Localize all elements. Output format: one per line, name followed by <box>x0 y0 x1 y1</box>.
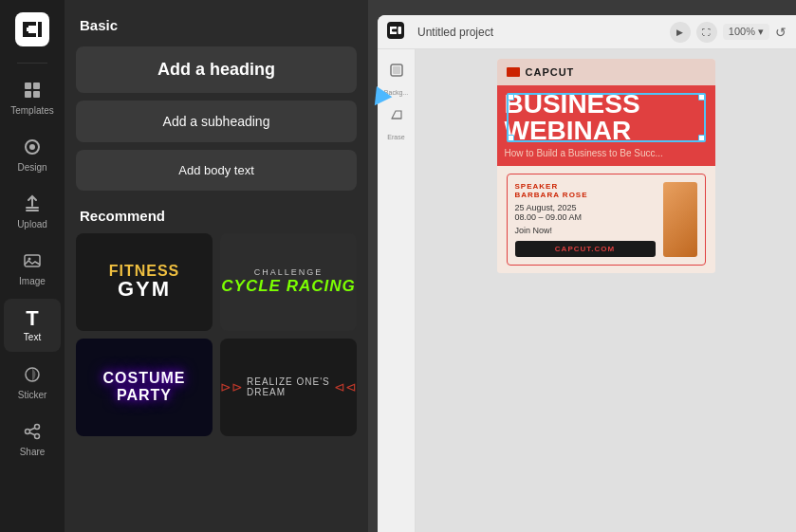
undo-button[interactable]: ↺ <box>775 25 787 40</box>
sidebar-item-design[interactable]: Design <box>4 128 61 181</box>
template-costume-party[interactable]: COSTUME PARTY <box>76 339 213 436</box>
svg-rect-3 <box>33 83 40 89</box>
canvas-area[interactable]: CAPCUT BUSINESSWEBINAR <box>416 49 796 532</box>
share-icon <box>23 422 42 444</box>
inner-topbar-controls: ▶ ⛶ 100% ▾ ↺ <box>670 22 787 43</box>
add-subheading-button[interactable]: Add a subheading <box>76 101 357 142</box>
template-grid: FITNESS GYM CHALLENGE CYCLE RACING COSTU… <box>65 233 368 448</box>
text-icon: T <box>26 308 38 329</box>
event-date: 25 August, 2025 <box>515 203 656 212</box>
capcut-cta-button: CAPCUT.COM <box>515 241 656 257</box>
templates-icon <box>23 81 42 102</box>
realize-text: REALIZE ONE'S DREAM <box>247 376 330 397</box>
sidebar-item-image[interactable]: Image <box>4 242 61 295</box>
zoom-value: 100% <box>729 26 755 37</box>
inner-window: Untitled project ▶ ⛶ 100% ▾ ↺ Backg <box>378 15 796 532</box>
svg-point-15 <box>35 433 40 438</box>
sticker-icon <box>23 365 42 387</box>
background-label: Backg... <box>384 89 408 96</box>
svg-rect-8 <box>26 207 39 209</box>
sidebar-item-upload[interactable]: Upload <box>4 185 61 238</box>
design-card: CAPCUT BUSINESSWEBINAR <box>497 59 715 273</box>
erase-label: Erase <box>387 134 404 140</box>
svg-rect-2 <box>25 83 31 89</box>
design-hero: BUSINESSWEBINAR How to Build a Business … <box>497 85 715 166</box>
design-icon <box>23 138 42 159</box>
preview-area: Untitled project ▶ ⛶ 100% ▾ ↺ Backg <box>368 0 796 532</box>
templates-label: Templates <box>10 105 54 116</box>
event-time: 08.00 – 09.00 AM <box>515 212 656 222</box>
design-section2: SPEAKER BARBARA ROSE 25 August, 2025 08.… <box>497 166 715 273</box>
sidebar-item-share[interactable]: Share <box>4 413 61 466</box>
text-panel: Basic Add a heading Add a subheading Add… <box>65 0 368 532</box>
template-cycle-racing[interactable]: CHALLENGE CYCLE RACING <box>220 233 357 331</box>
sidebar-item-templates[interactable]: Templates <box>4 71 61 124</box>
hero-subtitle: How to Build a Business to Be Succ... <box>505 148 708 158</box>
cycle-inner: CHALLENGE CYCLE RACING <box>221 268 355 296</box>
fitness-text: FITNESS GYM <box>109 264 180 300</box>
fitness-line2: GYM <box>109 279 180 300</box>
upload-icon <box>23 194 42 216</box>
section2-border: SPEAKER BARBARA ROSE 25 August, 2025 08.… <box>507 174 706 266</box>
inner-content: Backg... Erase CAPCUT <box>378 49 796 532</box>
svg-rect-10 <box>25 255 40 266</box>
realize-arrows-right: ⊲⊲ <box>334 379 357 394</box>
recommend-section-title: Recommend <box>65 194 368 233</box>
svg-point-13 <box>35 424 40 429</box>
cycle-main: CYCLE RACING <box>221 278 355 296</box>
inner-erase-btn[interactable] <box>382 101 411 128</box>
section2-image <box>663 182 697 257</box>
sidebar-item-sticker[interactable]: Sticker <box>4 356 61 409</box>
inner-background-btn[interactable] <box>382 57 411 83</box>
play-button[interactable]: ▶ <box>670 22 691 43</box>
main-sidebar: Templates Design Upload <box>0 0 65 532</box>
join-text: Join Now! <box>515 226 656 235</box>
costume-text: COSTUME PARTY <box>76 370 213 404</box>
upload-label: Upload <box>17 219 47 229</box>
zoom-control[interactable]: 100% ▾ <box>723 24 769 40</box>
svg-rect-4 <box>25 91 31 98</box>
image-icon <box>23 251 42 273</box>
svg-rect-20 <box>393 66 400 74</box>
basic-section-title: Basic <box>65 0 368 43</box>
svg-point-7 <box>29 144 35 150</box>
sidebar-divider <box>17 63 47 64</box>
text-label: Text <box>24 332 41 342</box>
share-label: Share <box>20 447 46 457</box>
app-logo <box>14 11 50 47</box>
design-label: Design <box>17 162 46 173</box>
svg-rect-5 <box>33 91 40 98</box>
inner-topbar: Untitled project ▶ ⛶ 100% ▾ ↺ <box>378 15 796 49</box>
inner-sidebar: Backg... Erase <box>378 49 416 532</box>
fullscreen-button[interactable]: ⛶ <box>696 22 717 43</box>
speaker-label: SPEAKER <box>515 182 656 191</box>
inner-topbar-logo <box>387 22 404 42</box>
template-fitness-gym[interactable]: FITNESS GYM <box>76 233 213 331</box>
add-heading-button[interactable]: Add a heading <box>76 46 357 93</box>
hero-title: BUSINESSWEBINAR <box>505 91 708 144</box>
add-body-button[interactable]: Add body text <box>76 150 357 191</box>
svg-rect-17 <box>398 27 402 34</box>
svg-rect-9 <box>26 210 39 211</box>
svg-rect-18 <box>392 29 396 31</box>
svg-rect-1 <box>27 28 34 31</box>
realize-inner: ⊳⊳ REALIZE ONE'S DREAM ⊲⊲ <box>220 376 357 397</box>
flag-icon <box>507 67 520 77</box>
image-label: Image <box>19 276 46 286</box>
template-realize-dream[interactable]: ⊳⊳ REALIZE ONE'S DREAM ⊲⊲ <box>220 339 357 436</box>
section2-text: SPEAKER BARBARA ROSE 25 August, 2025 08.… <box>515 182 656 257</box>
capcut-brand: CAPCUT <box>526 66 575 78</box>
sticker-label: Sticker <box>18 390 47 400</box>
realize-arrows-left: ⊳⊳ <box>220 379 243 394</box>
svg-point-14 <box>26 429 30 433</box>
speaker-name: BARBARA ROSE <box>515 191 656 199</box>
inner-project-title: Untitled project <box>417 26 662 39</box>
design-card-header: CAPCUT <box>497 59 715 85</box>
sidebar-item-text[interactable]: T Text <box>4 299 61 352</box>
